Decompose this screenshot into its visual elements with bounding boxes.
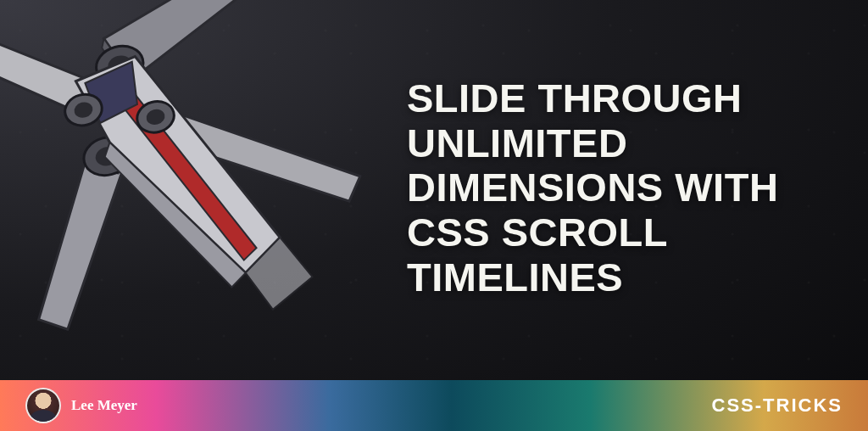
xwing-illustration	[0, 0, 373, 331]
author-block[interactable]: Lee Meyer	[25, 388, 137, 423]
author-brand-bar: Lee Meyer CSS-TRICKS	[0, 380, 868, 431]
author-name: Lee Meyer	[71, 397, 137, 414]
article-hero: SLIDE THROUGH UNLIMITED DIMENSIONS WITH …	[0, 0, 868, 431]
site-brand[interactable]: CSS-TRICKS	[712, 395, 843, 417]
article-title: SLIDE THROUGH UNLIMITED DIMENSIONS WITH …	[407, 76, 834, 299]
author-avatar	[25, 388, 61, 423]
